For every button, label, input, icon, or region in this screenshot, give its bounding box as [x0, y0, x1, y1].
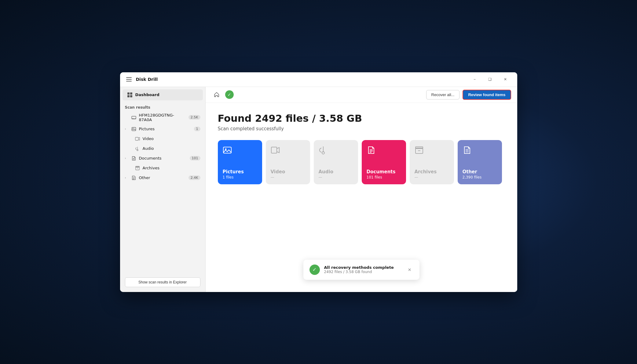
sidebar-item-archives[interactable]: Archives [120, 163, 205, 173]
card-archives-count: — [415, 175, 418, 179]
svg-point-1 [134, 118, 135, 118]
close-button[interactable]: ✕ [498, 74, 512, 84]
cards-grid: Pictures 1 files Video — [218, 140, 505, 184]
scan-results-label: Scan results [120, 103, 205, 111]
show-explorer-button[interactable]: Show scan results in Explorer [125, 277, 200, 287]
dashboard-label: Dashboard [135, 92, 159, 97]
svg-rect-15 [223, 147, 231, 153]
found-title: Found 2492 files / 3.58 GB [218, 113, 505, 124]
svg-point-16 [225, 148, 226, 150]
title-bar: Disk Drill − ❑ ✕ [120, 72, 517, 87]
pictures-icon [131, 126, 137, 132]
app-title: Disk Drill [136, 77, 158, 82]
card-video-icon [271, 146, 280, 157]
card-archives[interactable]: Archives — [410, 140, 454, 184]
notification-text: All recovery methods complete 2492 files… [324, 265, 402, 274]
svg-rect-17 [271, 147, 277, 153]
dashboard-grid-icon [127, 92, 132, 97]
maximize-button[interactable]: ❑ [483, 74, 497, 84]
svg-point-4 [133, 128, 134, 129]
card-pictures-icon [223, 146, 232, 157]
card-video-count: — [271, 175, 274, 179]
pictures-chevron: › [125, 127, 129, 131]
other-chevron: › [125, 176, 129, 179]
card-video[interactable]: Video — [266, 140, 310, 184]
sidebar-item-documents[interactable]: › Documents 101 [120, 153, 205, 163]
other-icon [131, 175, 137, 181]
svg-rect-5 [135, 137, 138, 140]
card-audio-icon [319, 146, 328, 157]
sidebar-bottom: Show scan results in Explorer [120, 272, 205, 292]
notification-subtitle: 2492 files / 3.58 GB found [324, 270, 402, 274]
card-pictures[interactable]: Pictures 1 files [218, 140, 262, 184]
sidebar: Dashboard Scan results HFM128GDGTNG-87A0… [120, 87, 206, 292]
drive-icon [131, 115, 137, 120]
card-audio-count: — [319, 175, 322, 179]
archives-label: Archives [143, 166, 200, 170]
notification-banner: ✓ All recovery methods complete 2492 fil… [303, 260, 419, 280]
minimize-button[interactable]: − [468, 74, 482, 84]
card-other-icon [463, 146, 472, 157]
title-bar-left: Disk Drill [125, 76, 158, 83]
card-other-count: 2,390 files [463, 175, 482, 179]
content-area: ✓ Recover all... Review found items Foun… [206, 87, 517, 292]
pictures-badge: 1 [194, 127, 200, 131]
documents-icon [131, 156, 137, 161]
main-body: Dashboard Scan results HFM128GDGTNG-87A0… [120, 87, 517, 292]
sidebar-item-pictures[interactable]: › Pictures 1 [120, 124, 205, 134]
card-documents[interactable]: Documents 101 files [362, 140, 406, 184]
card-audio-label: Audio [319, 169, 333, 175]
found-subtitle: Scan completed successfully [218, 126, 505, 132]
notification-check-icon: ✓ [309, 265, 320, 275]
documents-label: Documents [139, 156, 187, 160]
title-bar-controls: − ❑ ✕ [468, 74, 512, 84]
sidebar-item-hfm[interactable]: HFM128GDGTNG-87A0A 2.5K [120, 111, 205, 124]
svg-point-6 [137, 150, 138, 151]
app-window: Disk Drill − ❑ ✕ Dashboard Scan results [120, 72, 517, 292]
recover-all-button[interactable]: Recover all... [426, 90, 460, 99]
card-other[interactable]: Other 2,390 files [458, 140, 502, 184]
sidebar-item-audio[interactable]: Audio [120, 144, 205, 153]
card-documents-label: Documents [367, 169, 396, 175]
home-button[interactable] [212, 90, 221, 99]
documents-chevron: › [125, 157, 129, 160]
card-audio[interactable]: Audio — [314, 140, 358, 184]
video-label: Video [143, 136, 200, 141]
pictures-label: Pictures [139, 127, 192, 131]
notification-title: All recovery methods complete [324, 265, 402, 270]
documents-badge: 101 [190, 156, 200, 160]
review-found-items-button[interactable]: Review found items [463, 90, 511, 100]
other-badge: 2.4K [189, 175, 200, 180]
hfm-label: HFM128GDGTNG-87A0A [139, 113, 186, 122]
content-body: Found 2492 files / 3.58 GB Scan complete… [206, 103, 517, 292]
card-documents-count: 101 files [367, 175, 382, 179]
video-icon [135, 136, 140, 142]
sidebar-item-dashboard[interactable]: Dashboard [123, 89, 203, 100]
notification-close-button[interactable]: ✕ [406, 266, 413, 273]
archives-icon [135, 165, 140, 171]
svg-rect-3 [132, 127, 136, 131]
sidebar-item-other[interactable]: › Other 2.4K [120, 173, 205, 183]
card-pictures-count: 1 files [223, 175, 234, 179]
hfm-badge: 2.5K [189, 115, 200, 120]
check-icon: ✓ [225, 90, 234, 99]
hamburger-icon[interactable] [125, 76, 133, 83]
card-other-label: Other [463, 169, 477, 175]
content-header: ✓ Recover all... Review found items [206, 87, 517, 103]
card-archives-icon [415, 146, 424, 157]
other-label: Other [139, 175, 186, 180]
card-archives-label: Archives [415, 169, 437, 175]
audio-label: Audio [143, 146, 200, 151]
sidebar-item-video[interactable]: Video [120, 134, 205, 144]
card-video-label: Video [271, 169, 285, 175]
card-pictures-label: Pictures [223, 169, 244, 175]
header-actions: Recover all... Review found items [426, 90, 511, 100]
audio-icon [135, 146, 140, 151]
card-documents-icon [367, 146, 376, 157]
